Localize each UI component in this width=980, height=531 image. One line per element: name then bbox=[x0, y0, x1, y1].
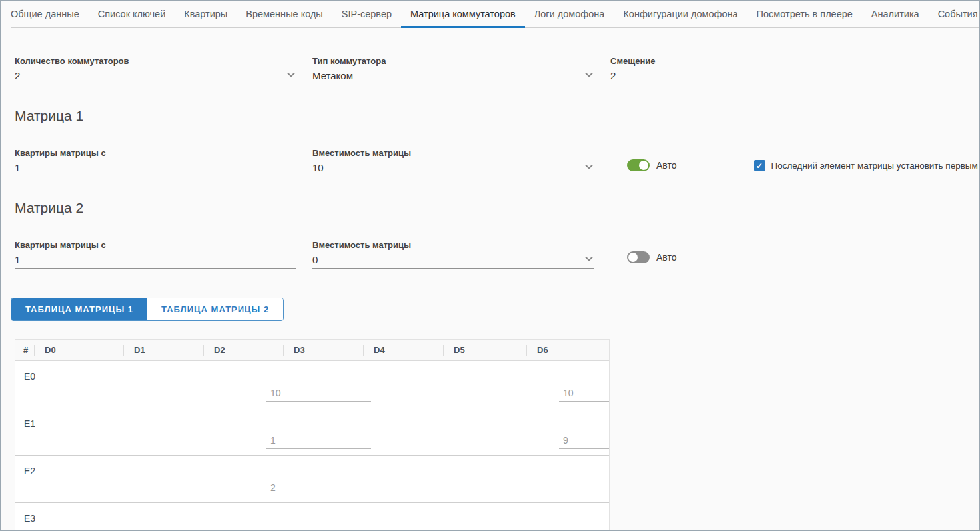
switch-count-field: Количество коммутаторов 2 bbox=[15, 56, 296, 85]
row-label: E2 bbox=[24, 466, 35, 476]
tab-general-data[interactable]: Общие данные bbox=[1, 1, 89, 28]
switch-type-value: Метаком bbox=[312, 70, 353, 81]
column-header-D3: D3 bbox=[284, 340, 364, 360]
column-header-D1: D1 bbox=[124, 340, 204, 360]
matrix-cell-E0-D6[interactable] bbox=[559, 386, 610, 402]
matrix-cell-E2-D3[interactable] bbox=[266, 480, 371, 496]
matrix2-capacity-label: Вместимость матрицы bbox=[312, 240, 594, 251]
toggle-knob bbox=[639, 161, 648, 170]
switch-type-label: Тип коммутатора bbox=[312, 56, 594, 67]
matrix1-auto-toggle[interactable] bbox=[627, 159, 650, 171]
switch-count-value: 2 bbox=[15, 70, 20, 81]
matrix2-title: Матрица 2 bbox=[15, 200, 979, 216]
switch-type-select[interactable]: Метаком bbox=[312, 69, 594, 85]
settings-row: Количество коммутаторов 2 Тип коммутатор… bbox=[15, 56, 979, 85]
tab-view-in-player[interactable]: Посмотреть в плеере bbox=[747, 1, 862, 28]
matrix-table-1: #D0D1D2D3D4D5D6 E0E1E2E3 bbox=[15, 339, 610, 531]
column-header-D5: D5 bbox=[444, 340, 527, 360]
tab-bar: Общие данныеСписок ключейКвартирыВременн… bbox=[1, 1, 979, 28]
tab-intercom-config[interactable]: Конфигурации домофона bbox=[614, 1, 747, 28]
last-element-first-checkbox[interactable]: ✓ bbox=[754, 160, 765, 171]
matrix-table-header: #D0D1D2D3D4D5D6 bbox=[15, 340, 609, 361]
switch-type-field: Тип коммутатора Метаком bbox=[312, 56, 594, 85]
matrix-table-1-button[interactable]: ТАБЛИЦА МАТРИЦЫ 1 bbox=[11, 298, 147, 320]
matrix1-title: Матрица 1 bbox=[15, 108, 979, 124]
matrix-cell-E1-D6[interactable] bbox=[559, 433, 610, 449]
toggle-knob bbox=[628, 253, 638, 262]
matrix-cell-E0-D3[interactable] bbox=[266, 386, 371, 402]
matrix2-apartments-from-field: Квартиры матрицы с bbox=[15, 240, 296, 269]
matrix2-apartments-from-label: Квартиры матрицы с bbox=[15, 240, 296, 251]
matrix1-apartments-from-field: Квартиры матрицы с bbox=[15, 148, 296, 177]
offset-input[interactable] bbox=[610, 70, 811, 81]
column-header-D6: D6 bbox=[527, 340, 610, 360]
matrix1-capacity-select[interactable]: 10 bbox=[312, 161, 594, 177]
switch-count-select[interactable]: 2 bbox=[15, 69, 296, 85]
table-row-E1: E1 bbox=[15, 408, 609, 456]
matrix-table-2-button[interactable]: ТАБЛИЦА МАТРИЦЫ 2 bbox=[147, 298, 283, 320]
matrix1-capacity-value: 10 bbox=[312, 162, 324, 173]
matrix1-auto-label: Авто bbox=[656, 160, 677, 171]
chevron-down-icon bbox=[287, 70, 294, 77]
tab-sip-server[interactable]: SIP-сервер bbox=[332, 1, 401, 28]
column-header-D4: D4 bbox=[364, 340, 444, 360]
chevron-down-icon bbox=[585, 162, 592, 169]
switch-count-label: Количество коммутаторов bbox=[15, 56, 296, 67]
matrix1-last-first-group[interactable]: ✓ Последний элемент матрицы установить п… bbox=[754, 160, 978, 171]
table-row-E3: E3 bbox=[15, 503, 609, 531]
tab-events[interactable]: События bbox=[929, 1, 979, 28]
tab-apartments[interactable]: Квартиры bbox=[175, 1, 237, 28]
tab-intercom-logs[interactable]: Логи домофона bbox=[525, 1, 614, 28]
chevron-down-icon bbox=[585, 70, 592, 77]
matrix1-capacity-label: Вместимость матрицы bbox=[312, 148, 594, 159]
matrix2-auto-group: Авто bbox=[627, 251, 677, 263]
matrix1-row: Квартиры матрицы с Вместимость матрицы 1… bbox=[15, 148, 979, 177]
matrix2-apartments-from-input[interactable] bbox=[15, 254, 294, 265]
matrix2-apartments-from-control bbox=[15, 253, 296, 269]
tab-analytics[interactable]: Аналитика bbox=[862, 1, 929, 28]
matrix2-auto-toggle[interactable] bbox=[627, 251, 650, 263]
offset-label: Смещение bbox=[610, 56, 814, 67]
matrix1-auto-group: Авто bbox=[627, 159, 677, 171]
tab-temp-codes[interactable]: Временные коды bbox=[237, 1, 332, 28]
matrix1-apartments-from-input[interactable] bbox=[15, 162, 294, 173]
column-header-index: # bbox=[15, 340, 35, 360]
matrix1-apartments-from-label: Квартиры матрицы с bbox=[15, 148, 296, 159]
matrix1-apartments-from-control bbox=[15, 161, 296, 177]
column-header-D0: D0 bbox=[35, 340, 124, 360]
matrix2-capacity-select[interactable]: 0 bbox=[312, 253, 594, 269]
tab-switch-matrix[interactable]: Матрица коммутаторов bbox=[401, 1, 525, 28]
offset-field: Смещение bbox=[610, 56, 814, 85]
matrix2-capacity-value: 0 bbox=[312, 254, 318, 265]
tab-key-list[interactable]: Список ключей bbox=[89, 1, 175, 28]
row-label: E3 bbox=[24, 513, 35, 524]
chevron-down-icon bbox=[585, 254, 592, 261]
matrix2-row: Квартиры матрицы с Вместимость матрицы 0… bbox=[15, 240, 979, 269]
row-label: E0 bbox=[24, 371, 35, 382]
matrix1-capacity-field: Вместимость матрицы 10 bbox=[312, 148, 594, 177]
intercom-admin-page: Общие данныеСписок ключейКвартирыВременн… bbox=[0, 0, 980, 531]
matrix-table-body: E0E1E2E3 bbox=[15, 361, 609, 531]
table-row-E2: E2 bbox=[15, 456, 609, 503]
switch-matrix-panel: Количество коммутаторов 2 Тип коммутатор… bbox=[1, 56, 979, 531]
matrix2-auto-label: Авто bbox=[656, 252, 677, 263]
table-row-E0: E0 bbox=[15, 361, 609, 408]
matrix-cell-E1-D3[interactable] bbox=[266, 433, 371, 449]
matrix-table-switcher: ТАБЛИЦА МАТРИЦЫ 1 ТАБЛИЦА МАТРИЦЫ 2 bbox=[11, 298, 284, 321]
offset-control bbox=[610, 69, 814, 85]
row-label: E1 bbox=[24, 418, 35, 429]
column-header-D2: D2 bbox=[204, 340, 284, 360]
last-element-first-label: Последний элемент матрицы установить пер… bbox=[771, 161, 978, 171]
matrix2-capacity-field: Вместимость матрицы 0 bbox=[312, 240, 594, 269]
